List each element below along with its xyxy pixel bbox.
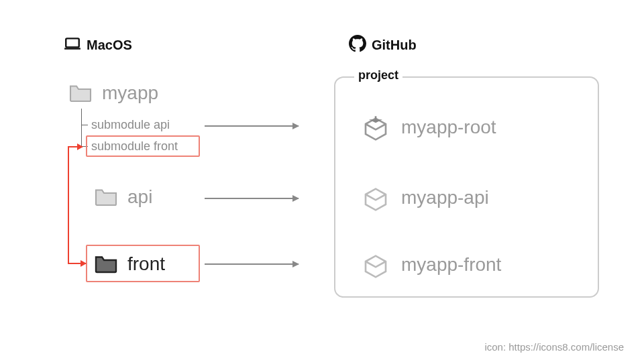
highlight-arrow-tail [68, 263, 86, 264]
submodule-api: submodule api [91, 118, 170, 132]
highlight-arrow-vertical [68, 146, 69, 263]
svg-rect-0 [66, 38, 79, 47]
folder-icon [94, 254, 118, 274]
folder-front-label: front [127, 253, 165, 275]
repo-myapp-root: myapp-root [362, 114, 496, 141]
repo-myapp-api: myapp-api [362, 184, 489, 211]
submodule-api-label: submodule api [91, 118, 170, 131]
folder-myapp-label: myapp [102, 82, 158, 104]
package-icon [362, 251, 389, 278]
header-macos: MacOS [64, 35, 132, 56]
folder-icon [68, 83, 93, 103]
folder-myapp: myapp [68, 82, 158, 104]
header-macos-label: MacOS [87, 38, 132, 53]
header-github: GitHub [349, 35, 417, 56]
diagram-canvas: MacOS GitHub myapp submodule api submodu… [0, 0, 644, 362]
submodule-front-label: submodule front [91, 139, 178, 153]
laptop-icon [64, 35, 81, 56]
attribution-text: icon: https://icons8.com/license [484, 341, 624, 353]
repo-myapp-front: myapp-front [362, 251, 501, 278]
repo-label: myapp-root [401, 117, 496, 138]
tree-connector [81, 125, 88, 125]
folder-api-label: api [127, 186, 152, 208]
arrow-front [205, 263, 299, 265]
repo-label: myapp-front [401, 254, 501, 276]
submodule-front: submodule front [91, 139, 178, 154]
header-github-label: GitHub [372, 38, 417, 53]
project-label: project [354, 68, 402, 82]
github-icon [349, 35, 366, 56]
tree-connector [81, 109, 82, 146]
package-icon [362, 114, 389, 141]
highlight-arrow-head [68, 146, 83, 147]
folder-front: front [94, 253, 165, 275]
arrow-api [205, 198, 299, 199]
folder-api: api [94, 186, 152, 208]
folder-icon [94, 187, 118, 207]
repo-label: myapp-api [401, 187, 489, 208]
arrow-root [205, 125, 299, 127]
package-icon [362, 184, 389, 211]
